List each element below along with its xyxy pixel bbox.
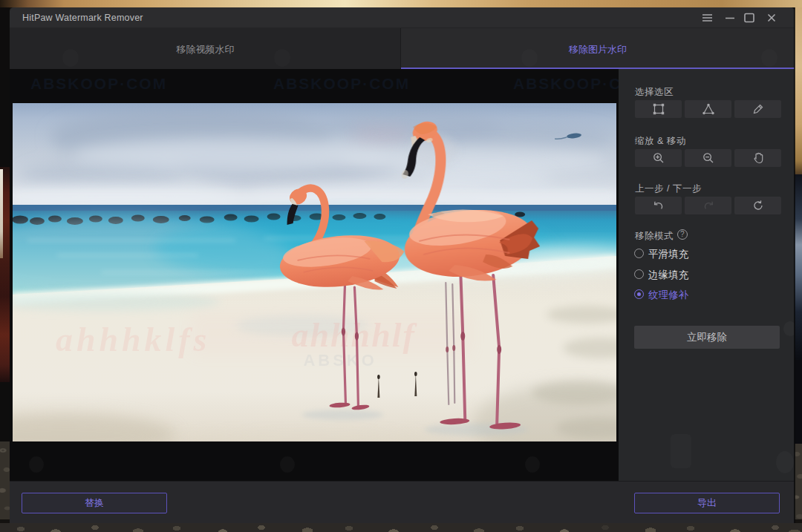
svg-text:ahhhklfs: ahhhklfs (56, 321, 210, 358)
svg-text:ahhhhlf: ahhhhlf (292, 316, 418, 354)
svg-text:ABSKO: ABSKO (304, 351, 377, 370)
